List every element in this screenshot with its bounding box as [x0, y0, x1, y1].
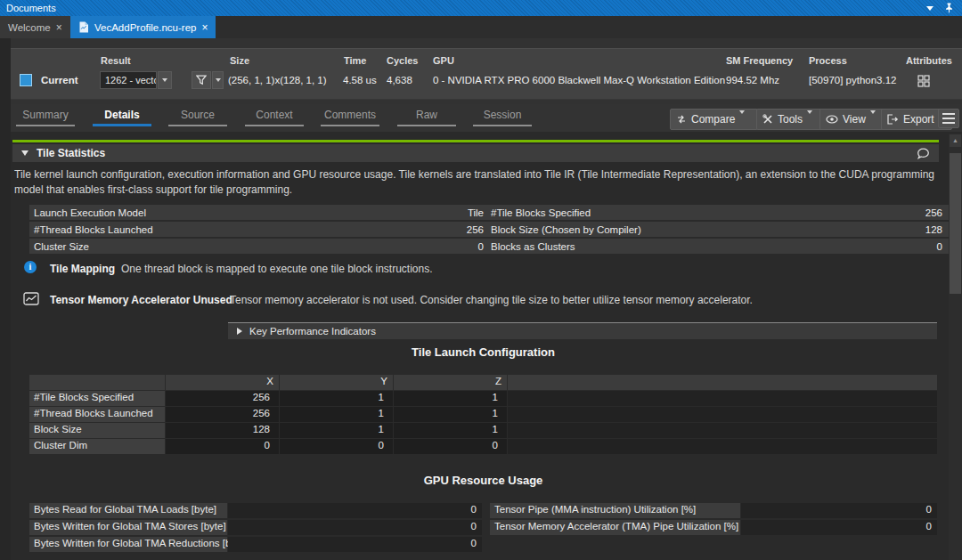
resource-table-right: Tensor Pipe (MMA instruction) Utilizatio… — [490, 503, 937, 535]
result-select-arrow[interactable] — [158, 71, 172, 89]
column-header-z: Z — [394, 375, 507, 390]
tab-report-close-icon[interactable]: × — [201, 22, 208, 33]
tab-welcome-close-icon[interactable]: × — [56, 22, 62, 33]
cell-value: 0 — [741, 520, 937, 535]
cell-value: 0 — [166, 439, 279, 454]
export-icon — [887, 114, 899, 125]
cycles-value: 4,638 — [387, 75, 412, 85]
menu-button[interactable] — [938, 109, 959, 128]
attributes-grid-icon[interactable] — [917, 75, 930, 87]
chevron-down-icon — [739, 114, 745, 126]
view-button[interactable]: View — [819, 109, 886, 130]
stat-value: 256 — [467, 224, 484, 235]
chevron-down-icon — [807, 114, 812, 126]
report-document-icon — [78, 21, 89, 33]
cell-value: 0 — [280, 439, 393, 454]
cell-filler — [508, 391, 937, 406]
stat-label: Blocks as Clusters — [491, 241, 575, 252]
stat-row: Block Size (Chosen by Compiler) 128 — [486, 222, 949, 237]
cell-value: 1 — [280, 391, 393, 406]
launch-table-title: Tile Launch Configuration — [29, 345, 937, 359]
cell-filler — [508, 439, 937, 454]
sm-frequency-column-label: SM Frequency — [726, 55, 793, 66]
cell-value: 1 — [394, 391, 507, 406]
column-header-filler — [508, 375, 937, 390]
tools-button[interactable]: Tools — [756, 109, 825, 130]
row-label: Bytes Written for Global TMA Stores [byt… — [29, 520, 227, 535]
stat-label: Launch Execution Model — [34, 207, 146, 218]
scrollbar-thumb[interactable] — [950, 153, 961, 294]
hamburger-icon — [942, 113, 955, 115]
cell-value: 0 — [228, 520, 482, 535]
row-label: #Thread Blocks Launched — [29, 407, 165, 422]
stat-row: Launch Execution Model Tile — [29, 205, 490, 220]
stat-label: #Thread Blocks Launched — [34, 224, 153, 235]
stat-label: #Tile Blocks Specified — [491, 207, 591, 218]
column-header-y: Y — [280, 375, 393, 390]
cell-filler — [508, 407, 937, 422]
row-label: Block Size — [29, 423, 165, 438]
tab-welcome-label: Welcome — [8, 22, 51, 33]
filter-button[interactable] — [192, 71, 211, 89]
pin-icon[interactable] — [945, 3, 953, 13]
stat-value: 256 — [925, 207, 942, 218]
cell-value: 0 — [394, 439, 507, 454]
tab-welcome[interactable]: Welcome × — [0, 16, 70, 38]
chevron-down-icon — [162, 78, 167, 82]
row-label: #Tile Blocks Specified — [29, 391, 165, 406]
tab-raw[interactable]: Raw — [393, 106, 461, 129]
cell-value: 128 — [166, 423, 279, 438]
tile-mapping-text: One thread block is mapped to execute on… — [121, 263, 433, 275]
tile-mapping-title: Tile Mapping — [50, 263, 115, 275]
cell-value: 0 — [741, 503, 937, 518]
eye-icon — [826, 115, 838, 124]
chevron-down-icon — [216, 78, 221, 82]
result-column-label: Result — [101, 55, 131, 66]
panel-title: Documents — [6, 3, 56, 13]
tab-source[interactable]: Source — [164, 106, 232, 129]
stat-row: Cluster Size 0 — [29, 239, 490, 254]
left-margin-strip — [0, 38, 11, 560]
table-corner-cell — [29, 375, 165, 390]
panel-chevron-down-icon[interactable] — [926, 6, 933, 11]
stat-value: 0 — [478, 241, 484, 252]
result-select[interactable]: 1262 - vector_ — [100, 71, 157, 89]
current-result-checkbox[interactable] — [20, 74, 32, 86]
resource-table-left: Bytes Read for Global TMA Loads [byte] 0… — [29, 503, 482, 552]
time-value: 4.58 us — [343, 75, 377, 85]
process-column-label: Process — [809, 55, 847, 66]
scrollbar-up-arrow[interactable]: ▲ — [950, 134, 961, 147]
tile-statistics-section-header[interactable]: Tile Statistics — [12, 144, 939, 162]
tools-icon — [762, 114, 773, 125]
tab-comments[interactable]: Comments — [316, 106, 384, 129]
compare-label: Compare — [691, 113, 735, 126]
stat-value: 128 — [925, 224, 942, 235]
compare-button[interactable]: Compare — [670, 109, 758, 130]
row-label: Bytes Written for Global TMA Reductions … — [29, 537, 227, 552]
resource-table-title: GPU Resource Usage — [29, 474, 937, 487]
tab-report[interactable]: VecAddProfile.ncu-rep × — [70, 16, 216, 38]
key-performance-indicators-header[interactable]: Key Performance Indicators — [228, 322, 937, 339]
filter-arrow[interactable] — [212, 71, 224, 89]
cell-value: 1 — [280, 423, 393, 438]
tab-context[interactable]: Context — [240, 106, 308, 129]
cell-value: 256 — [166, 391, 279, 406]
tab-session[interactable]: Session — [469, 106, 536, 129]
stat-label: Block Size (Chosen by Compiler) — [491, 224, 641, 235]
cell-value: 1 — [394, 423, 507, 438]
gpu-column-label: GPU — [433, 55, 454, 66]
tab-summary[interactable]: Summary — [12, 106, 79, 129]
cell-value: 0 — [228, 537, 482, 552]
gpu-value: 0 - NVIDIA RTX PRO 6000 Blackwell Max-Q … — [433, 75, 725, 85]
cell-value: 256 — [166, 407, 279, 422]
current-label: Current — [41, 75, 78, 85]
view-label: View — [843, 113, 866, 126]
expand-icon[interactable] — [237, 328, 242, 335]
comment-bubble-icon[interactable] — [917, 148, 930, 159]
export-label: Export — [903, 113, 934, 126]
cycles-column-label: Cycles — [387, 55, 418, 66]
tab-details[interactable]: Details — [88, 106, 156, 129]
collapse-icon[interactable] — [21, 150, 29, 156]
stat-row: #Tile Blocks Specified 256 — [486, 205, 949, 220]
row-label: Tensor Memory Accelerator (TMA) Pipe Uti… — [490, 520, 740, 535]
